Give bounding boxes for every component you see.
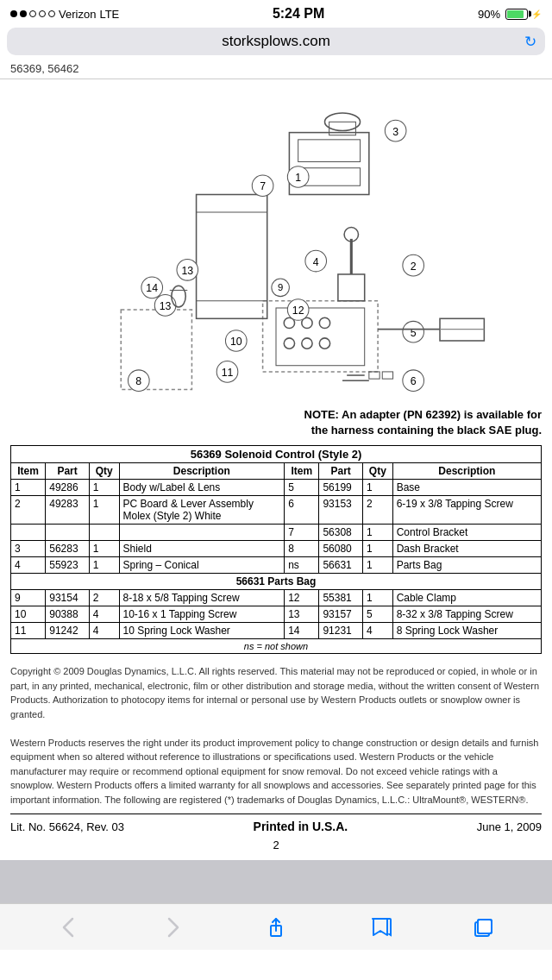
qty: 1 [89, 541, 119, 557]
svg-text:13: 13 [181, 265, 193, 277]
item: 8 [285, 541, 319, 557]
forward-button[interactable] [160, 915, 185, 939]
desc: Cable Clamp [392, 590, 541, 606]
dot3 [29, 10, 36, 17]
part: 56631 [319, 557, 363, 574]
qty: 1 [363, 557, 393, 574]
battery-icon: ⚡ [505, 9, 542, 20]
col-desc2: Description [392, 463, 541, 480]
parts-diagram: 5 6 2 1 3 [10, 79, 542, 407]
svg-text:9: 9 [278, 282, 283, 292]
back-button[interactable] [57, 915, 81, 939]
part [46, 525, 90, 541]
part: 93154 [46, 590, 90, 606]
table-row: 3 56283 1 Shield 8 56080 1 Dash Bracket [11, 541, 542, 557]
part: 91242 [46, 623, 90, 639]
desc: 8 Spring Lock Washer [392, 623, 541, 639]
copyright-p1: Copyright © 2009 Douglas Dynamics, L.L.C… [10, 664, 542, 721]
part: 93157 [319, 606, 363, 623]
status-left: Verizon LTE [10, 8, 119, 21]
col-part1: Part [46, 463, 90, 480]
table-row: 1 49286 1 Body w/Label & Lens 5 56199 1 … [11, 480, 542, 496]
battery-percent: 90% [478, 8, 500, 21]
desc: Body w/Label & Lens [119, 480, 285, 496]
dot5 [48, 10, 55, 17]
table-row: 4 55923 1 Spring – Conical ns 56631 1 Pa… [11, 557, 542, 574]
tabs-button[interactable] [471, 915, 495, 939]
svg-text:12: 12 [292, 305, 304, 317]
page-content: 5 6 2 1 3 [0, 79, 552, 860]
part: 55923 [46, 557, 90, 574]
svg-text:13: 13 [160, 300, 172, 312]
part: 49286 [46, 480, 90, 496]
desc: 6-19 x 3/8 Tapping Screw [392, 496, 541, 525]
qty: 1 [363, 590, 393, 606]
desc: Shield [119, 541, 285, 557]
qty: 2 [89, 590, 119, 606]
col-item1: Item [11, 463, 46, 480]
col-header-row: Item Part Qty Description Item Part Qty … [11, 463, 542, 480]
qty: 1 [89, 557, 119, 574]
svg-text:14: 14 [146, 282, 158, 294]
dot1 [10, 10, 17, 17]
gray-separator [0, 860, 552, 903]
item: 2 [11, 496, 46, 525]
desc: Spring – Conical [119, 557, 285, 574]
footer-date: June 1, 2009 [477, 820, 542, 833]
item: 3 [11, 541, 46, 557]
item: 6 [285, 496, 319, 525]
part: 93153 [319, 496, 363, 525]
svg-text:7: 7 [260, 180, 266, 192]
svg-rect-62 [478, 920, 492, 933]
breadcrumb: 56369, 56462 [0, 59, 552, 79]
desc: 10-16 x 1 Tapping Screw [119, 606, 285, 623]
qty [89, 525, 119, 541]
item: 1 [11, 480, 46, 496]
svg-text:8: 8 [135, 375, 141, 387]
part: 56080 [319, 541, 363, 557]
desc: Control Bracket [392, 525, 541, 541]
qty: 1 [89, 480, 119, 496]
parts-table: 56369 Solenoid Control (Style 2) Item Pa… [10, 445, 542, 654]
note-text: NOTE: An adapter (PN 62392) is available… [10, 407, 542, 438]
carrier-label: Verizon [59, 8, 96, 21]
svg-text:11: 11 [222, 367, 234, 379]
reload-button[interactable]: ↻ [524, 33, 536, 51]
back-icon [57, 915, 81, 939]
qty: 1 [363, 541, 393, 557]
part: 90388 [46, 606, 90, 623]
col-item2: Item [285, 463, 319, 480]
part: 56283 [46, 541, 90, 557]
desc: 8-18 x 5/8 Tapping Screw [119, 590, 285, 606]
svg-text:10: 10 [230, 336, 242, 348]
url-bar[interactable]: storksplows.com ↻ [7, 28, 545, 55]
svg-text:1: 1 [295, 172, 301, 184]
item: 10 [11, 606, 46, 623]
signal-dots [10, 10, 55, 17]
part: 49283 [46, 496, 90, 525]
share-icon [264, 915, 288, 939]
desc: PC Board & Lever AssemblyMolex (Style 2)… [119, 496, 285, 525]
bookmarks-button[interactable] [367, 915, 392, 939]
copyright-section: Copyright © 2009 Douglas Dynamics, L.L.C… [10, 664, 542, 807]
svg-text:3: 3 [392, 126, 398, 138]
item: 9 [11, 590, 46, 606]
share-button[interactable] [264, 915, 288, 939]
col-qty1: Qty [89, 463, 119, 480]
battery-fill [507, 10, 524, 18]
page-footer: Lit. No. 56624, Rev. 03 Printed in U.S.A… [10, 814, 542, 839]
item: 13 [285, 606, 319, 623]
desc: Parts Bag [392, 557, 541, 574]
table-title: 56369 Solenoid Control (Style 2) [11, 446, 542, 463]
qty: 4 [89, 606, 119, 623]
desc: 8-32 x 3/8 Tapping Screw [392, 606, 541, 623]
svg-text:4: 4 [313, 256, 319, 268]
desc: 10 Spring Lock Washer [119, 623, 285, 639]
col-qty2: Qty [363, 463, 393, 480]
table-title-row: 56369 Solenoid Control (Style 2) [11, 446, 542, 463]
dot4 [39, 10, 46, 17]
status-right: 90% ⚡ [478, 8, 542, 21]
table-row: 9 93154 2 8-18 x 5/8 Tapping Screw 12 55… [11, 590, 542, 606]
qty: 2 [363, 496, 393, 525]
item: 14 [285, 623, 319, 639]
